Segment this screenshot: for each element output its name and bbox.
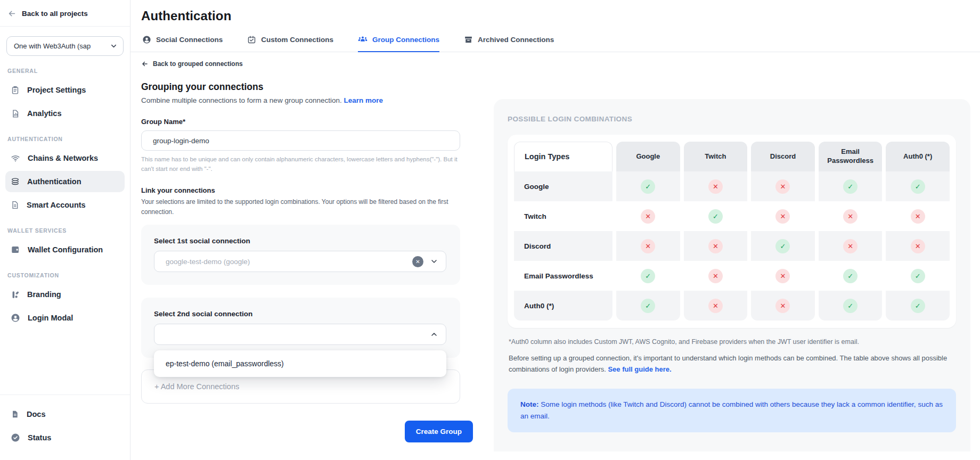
group-name-label: Group Name* xyxy=(141,118,473,126)
table-row-label: Discord xyxy=(514,231,612,261)
table-row-label: Twitch xyxy=(514,201,612,231)
sidebar-item-wallet-configuration[interactable]: Wallet Configuration xyxy=(5,239,125,260)
sidebar-footer: Docs Status xyxy=(0,395,130,460)
check-icon: ✓ xyxy=(641,179,655,194)
table-cell: ✓ xyxy=(819,291,883,321)
table-column-header: Discord xyxy=(751,142,815,171)
form-subheading: Combine multiple connections to form a n… xyxy=(141,96,473,104)
tab-label: Archived Connections xyxy=(478,36,554,44)
dropdown-option-ep-test-demo[interactable]: ep-test-demo (email_passwordless) xyxy=(154,352,446,375)
tab-custom-connections[interactable]: Custom Connections xyxy=(247,35,333,52)
sidebar-item-label: Status xyxy=(28,433,51,442)
archive-icon xyxy=(464,35,473,44)
combinations-table: Login TypesGoogleTwitchDiscordEmail Pass… xyxy=(514,142,950,321)
sidebar-item-status[interactable]: Status xyxy=(5,427,125,448)
project-selector-value: One with Web3Auth (sap xyxy=(14,42,91,50)
chevron-down-icon xyxy=(430,257,438,266)
table-column-header: Email Passwordless xyxy=(819,142,883,171)
table-cell: ✓ xyxy=(886,261,950,291)
tab-social-connections[interactable]: Social Connections xyxy=(142,35,223,52)
section-label: GENERAL xyxy=(0,68,130,74)
sidebar-item-label: Wallet Configuration xyxy=(28,245,103,254)
document-icon xyxy=(11,410,19,418)
check-icon: ✓ xyxy=(641,269,655,283)
table-cell: ✕ xyxy=(751,201,815,231)
sidebar-item-label: Chains & Networks xyxy=(28,154,98,162)
table-cell: ✕ xyxy=(751,171,815,201)
check-icon: ✓ xyxy=(911,299,925,313)
first-connection-card: Select 1st social connection google-test… xyxy=(141,225,460,285)
table-cell: ✕ xyxy=(751,261,815,291)
check-icon: ✓ xyxy=(843,269,858,283)
tab-group-connections[interactable]: Group Connections xyxy=(358,35,439,52)
group-connections-icon xyxy=(358,35,368,44)
combinations-card: Login TypesGoogleTwitchDiscordEmail Pass… xyxy=(508,135,956,328)
tab-archived-connections[interactable]: Archived Connections xyxy=(464,35,554,52)
table-cell: ✕ xyxy=(886,231,950,261)
select1-dropdown[interactable]: google-test-demo (google) ✕ xyxy=(154,251,446,272)
sidebar-item-branding[interactable]: Branding xyxy=(5,284,125,305)
section-label: AUTHENTICATION xyxy=(0,136,130,142)
back-to-all-projects-link[interactable]: Back to all projects xyxy=(0,0,130,26)
cross-icon: ✕ xyxy=(775,269,790,283)
cross-icon: ✕ xyxy=(775,209,790,224)
sidebar-item-login-modal[interactable]: Login Modal xyxy=(5,307,125,328)
sidebar-item-smart-accounts[interactable]: Smart Accounts xyxy=(5,194,125,216)
table-cell: ✕ xyxy=(684,261,748,291)
check-icon: ✓ xyxy=(911,179,925,194)
page-title: Authentication xyxy=(130,0,980,23)
table-cell: ✕ xyxy=(751,291,815,321)
note-box: Note: Some login methods (like Twitch an… xyxy=(508,389,956,433)
table-cell: ✕ xyxy=(886,201,950,231)
sidebar-item-chains-networks[interactable]: Chains & Networks xyxy=(5,147,125,169)
see-full-guide-link[interactable]: See full guide here. xyxy=(608,365,671,373)
check-icon: ✓ xyxy=(775,239,790,253)
custom-connections-icon xyxy=(247,35,256,44)
check-icon: ✓ xyxy=(843,299,858,313)
table-row-label: Email Passwordless xyxy=(514,261,612,291)
select1-label: Select 1st social connection xyxy=(154,237,446,245)
tab-label: Group Connections xyxy=(372,36,439,44)
section-label: WALLET SERVICES xyxy=(0,227,130,234)
check-circle-icon xyxy=(11,433,20,442)
table-row-label: Google xyxy=(514,171,612,201)
table-cell: ✕ xyxy=(616,201,680,231)
learn-more-link[interactable]: Learn more xyxy=(344,96,383,104)
sidebar-item-docs[interactable]: Docs xyxy=(5,404,125,425)
cross-icon: ✕ xyxy=(708,239,723,253)
link-connections-heading: Link your connections xyxy=(141,186,473,194)
select1-value: google-test-demo (google) xyxy=(166,258,412,266)
sidebar-item-label: Login Modal xyxy=(28,314,73,322)
sidebar-item-project-settings[interactable]: Project Settings xyxy=(5,79,125,101)
cross-icon: ✕ xyxy=(708,269,723,283)
sidebar-item-authentication[interactable]: Authentication xyxy=(5,171,125,192)
tab-label: Custom Connections xyxy=(261,36,333,44)
cross-icon: ✕ xyxy=(641,209,655,224)
select2-dropdown[interactable] xyxy=(154,324,446,345)
user-circle-icon xyxy=(11,313,20,323)
table-cell: ✓ xyxy=(684,201,748,231)
clipboard-icon xyxy=(11,86,20,95)
table-cell: ✕ xyxy=(684,171,748,201)
create-group-button[interactable]: Create Group xyxy=(405,421,473,442)
table-cell: ✓ xyxy=(616,291,680,321)
sidebar-item-label: Branding xyxy=(27,290,61,299)
project-selector[interactable]: One with Web3Auth (sap xyxy=(6,36,124,56)
table-cell: ✕ xyxy=(684,291,748,321)
group-form: Back to grouped connections Grouping you… xyxy=(141,52,473,442)
combinations-title: POSSIBLE LOGIN COMBINATIONS xyxy=(508,115,956,123)
cross-icon: ✕ xyxy=(775,179,790,194)
sidebar-section-general: GENERAL Project Settings Analytics xyxy=(0,68,130,124)
sidebar-item-analytics[interactable]: Analytics xyxy=(5,103,125,124)
tab-label: Social Connections xyxy=(156,36,223,44)
group-name-input[interactable] xyxy=(141,130,460,151)
sidebar-section-customization: CUSTOMIZATION Branding Login Modal xyxy=(0,272,130,328)
back-to-all-projects-label: Back to all projects xyxy=(22,10,88,18)
back-to-grouped-connections-link[interactable]: Back to grouped connections xyxy=(141,60,243,68)
clear-selection-icon[interactable]: ✕ xyxy=(412,256,423,267)
cross-icon: ✕ xyxy=(708,299,723,313)
cross-icon: ✕ xyxy=(843,239,858,253)
sidebar-section-wallet-services: WALLET SERVICES Wallet Configuration xyxy=(0,227,130,260)
branding-icon xyxy=(11,290,20,299)
table-cell: ✕ xyxy=(616,231,680,261)
